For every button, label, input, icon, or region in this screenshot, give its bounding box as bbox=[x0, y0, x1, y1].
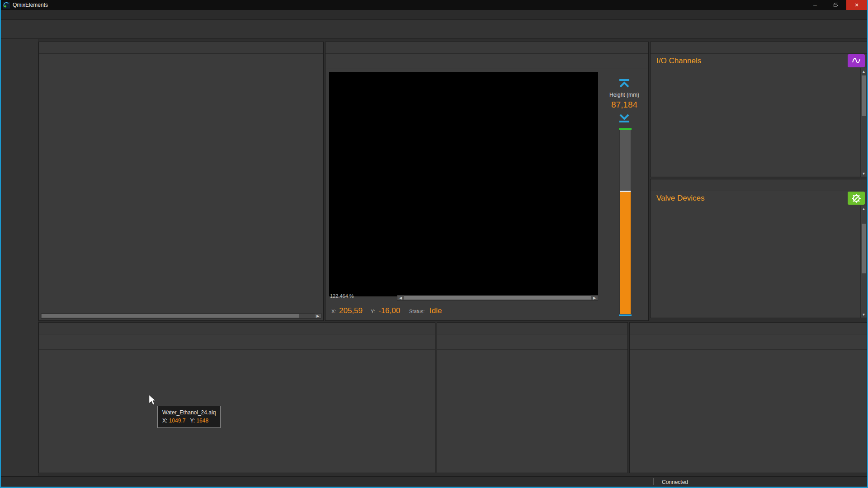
y-coordinate-label: Y: bbox=[371, 309, 375, 314]
connection-status: Connected bbox=[662, 479, 688, 485]
status-label: Status: bbox=[409, 309, 425, 314]
panel-valve-devices: Valve Devices ▲▼ bbox=[650, 179, 867, 318]
camera-image bbox=[437, 350, 627, 473]
spectra-toolbar bbox=[39, 334, 435, 350]
panel-camera bbox=[437, 322, 628, 473]
device-sidebar bbox=[1, 39, 38, 476]
move-up-icon[interactable] bbox=[600, 78, 648, 90]
height-label: Height (mm) bbox=[600, 92, 648, 98]
window-title: QmixElements bbox=[13, 2, 48, 8]
zoom-level: 122.464 % bbox=[330, 293, 354, 299]
close-button[interactable]: ✕ bbox=[846, 0, 867, 10]
panel-logging bbox=[629, 322, 867, 473]
move-down-icon[interactable] bbox=[600, 113, 648, 125]
height-slider[interactable] bbox=[619, 129, 631, 314]
minimize-button[interactable]: ─ bbox=[805, 0, 826, 10]
valve-vertical-scrollbar[interactable]: ▲▼ bbox=[860, 206, 867, 318]
rotaxys-camera-view bbox=[329, 72, 598, 296]
spectra-chart bbox=[39, 350, 435, 473]
io-channels-icon bbox=[848, 54, 865, 67]
height-value: 87,184 bbox=[600, 100, 648, 110]
valve-devices-icon bbox=[848, 192, 865, 205]
nemesys-columns bbox=[39, 54, 323, 315]
main-toolbar bbox=[1, 20, 867, 39]
panel-nemesys: ▶ bbox=[38, 42, 324, 321]
status-value: Idle bbox=[429, 306, 442, 315]
rotaxys-height-controls: Height (mm) 87,184 bbox=[600, 72, 648, 316]
io-channels-title: I/O Channels bbox=[651, 54, 867, 68]
logging-chart bbox=[630, 351, 867, 454]
camera-toolbar bbox=[437, 334, 627, 350]
menu-bar bbox=[1, 10, 867, 20]
app-icon bbox=[3, 2, 10, 9]
y-coordinate-value: -16,00 bbox=[378, 306, 400, 315]
io-vertical-scrollbar[interactable]: ▲▼ bbox=[860, 68, 867, 177]
logging-toolbar bbox=[630, 334, 867, 350]
nemesys-horizontal-scrollbar[interactable]: ▶ bbox=[41, 313, 321, 319]
workspace: ▶ Height (mm) 87,184 bbox=[1, 39, 867, 476]
rotaxys-toolbar bbox=[326, 54, 648, 69]
x-coordinate-value: 205,59 bbox=[339, 306, 363, 315]
valve-devices-title: Valve Devices bbox=[651, 191, 867, 206]
rotaxys-horizontal-scrollbar[interactable]: ◀ ▶ bbox=[397, 295, 598, 300]
dock-area: ▶ Height (mm) 87,184 bbox=[38, 39, 867, 476]
restore-button[interactable] bbox=[826, 0, 846, 10]
mouse-cursor bbox=[149, 395, 156, 406]
application-window: QmixElements ─ ✕ ▶ bbox=[0, 0, 868, 488]
panel-io-channels: I/O Channels ▲▼ bbox=[650, 42, 867, 177]
panel-rotaxys: Height (mm) 87,184 122.464 % ◀ ▶ bbox=[325, 42, 649, 321]
title-bar: QmixElements ─ ✕ bbox=[1, 0, 867, 10]
panel-spectra-viewer: Water_Ethanol_24.aiq X: 1049.7 Y: 1648 bbox=[38, 322, 435, 473]
spectra-tooltip: Water_Ethanol_24.aiq X: 1049.7 Y: 1648 bbox=[157, 406, 221, 428]
tooltip-title: Water_Ethanol_24.aiq bbox=[162, 408, 216, 417]
status-bar: Connected bbox=[1, 476, 867, 488]
x-coordinate-label: X: bbox=[331, 309, 336, 314]
